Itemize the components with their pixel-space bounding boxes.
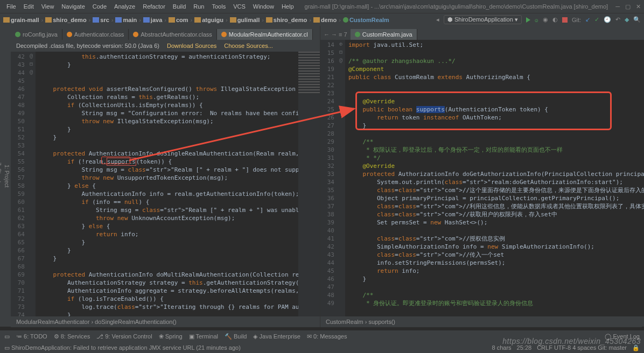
bc-item[interactable]: demo xyxy=(313,17,337,23)
git-commit-icon[interactable]: ✓ xyxy=(594,16,599,23)
tool-spring[interactable]: ❀ Spring xyxy=(159,333,183,340)
profile-icon[interactable]: ◐ xyxy=(552,16,558,23)
nav-back-icon[interactable]: ◂ xyxy=(436,16,439,23)
gutter-icons-right: ⊕ ⊟ @ xyxy=(337,40,345,316)
tab-customrealm[interactable]: CustomRealm.java xyxy=(351,29,417,40)
editor-crumb-right[interactable]: CustomRealm › supports() xyxy=(320,316,644,327)
breadcrumb-bar: grain-mall› shiro_demo› src› main› java›… xyxy=(0,13,644,26)
run-config-select[interactable]: ⬢ ShiroDemoApplication ▾ xyxy=(444,15,522,24)
tool-services[interactable]: ⚙ 8: Services xyxy=(54,333,90,340)
codota-icon[interactable]: ◆ xyxy=(625,16,629,23)
minimap-left[interactable] xyxy=(298,52,320,316)
search-icon[interactable]: 🔍 xyxy=(633,16,641,23)
left-tool-gutter: 1: Project 7: Structure Web 2: Favorites xyxy=(0,26,11,327)
tool-todo[interactable]: ≔ 6: TODO xyxy=(16,333,47,340)
menu-navigate[interactable]: Navigate xyxy=(58,2,88,11)
menu-refactor[interactable]: Refactor xyxy=(139,2,169,11)
tool-project[interactable]: 1: Project xyxy=(3,26,11,327)
tool-build[interactable]: 🔨 Build xyxy=(225,333,247,340)
stop-icon[interactable] xyxy=(562,17,568,23)
bc-item[interactable]: shiro_demo xyxy=(266,17,307,23)
tool-structure[interactable]: 7: Structure xyxy=(0,26,3,327)
menu-vcs[interactable]: VCS xyxy=(230,2,249,11)
coverage-icon[interactable]: ◉ xyxy=(543,16,548,23)
tab-roconfig[interactable]: roConfig.java xyxy=(11,29,62,40)
debug-icon[interactable]: ⌾ xyxy=(535,17,538,23)
download-sources-link[interactable]: Download Sources xyxy=(167,43,216,49)
code-text-left[interactable]: this.authenticationStrategy = authentica… xyxy=(36,52,298,316)
menu-build[interactable]: Build xyxy=(170,2,189,11)
menu-view[interactable]: View xyxy=(38,2,58,11)
tool-terminal[interactable]: ▣ Terminal xyxy=(189,333,218,340)
menu-analyze[interactable]: Analyze xyxy=(111,2,138,11)
editor-pane-right: ← → ≡ 7 CustomRealm.java 14 15 16 19 21 … xyxy=(320,26,644,327)
tab-abstractauth[interactable]: AbstractAuthenticator.class xyxy=(129,29,217,40)
line-numbers-left: 42 43 44 45 46 47 48 49 50 51 52 53 54 5… xyxy=(11,52,27,316)
bc-item[interactable]: java xyxy=(143,17,162,23)
bc-item[interactable]: main xyxy=(115,17,137,23)
menu-run[interactable]: Run xyxy=(190,2,207,11)
editor-crumb-left[interactable]: ModularRealmAuthenticator › doSingleReal… xyxy=(11,316,320,327)
bc-item[interactable]: shiro_demo xyxy=(45,17,86,23)
main-menu: File Edit View Navigate Code Analyze Ref… xyxy=(3,2,297,11)
editor-tabs-right: ← → ≡ 7 CustomRealm.java xyxy=(320,26,644,40)
bc-root[interactable]: grain-mall xyxy=(3,17,39,23)
choose-sources-link[interactable]: Choose Sources... xyxy=(224,43,273,49)
menu-tools[interactable]: Tools xyxy=(208,2,229,11)
editor-pane-left: roConfig.java Authenticator.class Abstra… xyxy=(11,26,320,327)
maximize-icon[interactable]: ▢ xyxy=(625,3,631,10)
watermark: https://blog.csdn.net/weixin_45304263 xyxy=(502,337,641,345)
code-text-right[interactable]: import java.util.Set; /** @author zhangs… xyxy=(345,40,644,316)
bc-class[interactable]: CustomRealm xyxy=(343,17,389,23)
tool-messages[interactable]: ✉ 0: Messages xyxy=(307,333,347,340)
menu-help[interactable]: Help xyxy=(278,2,297,11)
bc-item[interactable]: gulimall xyxy=(230,17,260,23)
toggle-icon[interactable]: ▭ xyxy=(4,333,10,340)
tool-versioncontrol[interactable]: ⎇ 9: Version Control xyxy=(96,333,152,340)
minimize-icon[interactable]: ─ xyxy=(615,3,620,10)
status-msg: ▭ ShiroDemoApplication: Failed to retrie… xyxy=(4,344,241,351)
tab-modularrealm[interactable]: ModularRealmAuthenticator.cl xyxy=(217,29,313,40)
bc-item[interactable]: com xyxy=(169,17,188,23)
tool-javaee[interactable]: ◈ Java Enterprise xyxy=(253,333,300,340)
close-icon[interactable]: ✕ xyxy=(636,3,641,10)
titlebar: File Edit View Navigate Code Analyze Ref… xyxy=(0,0,644,13)
bc-item[interactable]: src xyxy=(93,17,109,23)
tab-authenticator[interactable]: Authenticator.class xyxy=(62,29,129,40)
run-icon[interactable] xyxy=(526,17,530,23)
git-label: Git: xyxy=(572,17,581,23)
git-history-icon[interactable]: 🕘 xyxy=(604,16,611,23)
gutter-icons-left: @ ⊟ @ xyxy=(27,52,36,316)
menu-code[interactable]: Code xyxy=(89,2,110,11)
menu-file[interactable]: File xyxy=(3,2,19,11)
editor-tabs-left: roConfig.java Authenticator.class Abstra… xyxy=(11,26,320,40)
window-title: grain-mall [D:\grain-mall] - ...\src\mai… xyxy=(297,3,616,10)
line-numbers-right: 14 15 16 19 21 22 23 24 25 26 27 28 29 3… xyxy=(320,40,337,316)
decompiled-banner: Decompiled .class file, bytecode version… xyxy=(11,40,320,52)
bc-item[interactable]: atguigu xyxy=(194,17,223,23)
menu-window[interactable]: Window xyxy=(250,2,277,11)
menu-edit[interactable]: Edit xyxy=(20,2,37,11)
git-revert-icon[interactable]: ↶ xyxy=(615,16,620,23)
git-update-icon[interactable]: ↙ xyxy=(585,16,590,23)
